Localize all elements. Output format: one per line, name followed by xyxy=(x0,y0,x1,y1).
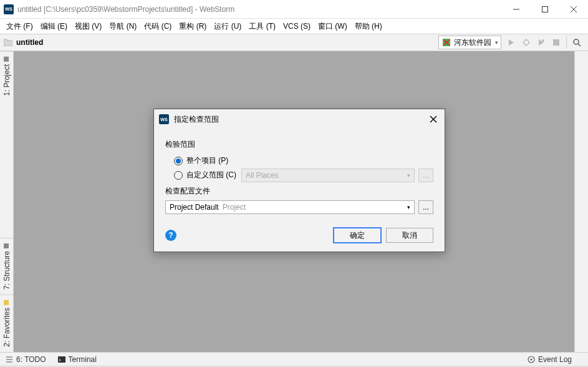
svg-rect-1 xyxy=(542,6,548,12)
menu-view[interactable]: 视图 (V) xyxy=(71,20,105,33)
radio-label: 自定义范围 (C) xyxy=(186,170,236,180)
combo-placeholder: All Places xyxy=(246,171,279,180)
left-gutter: 1: Project 7: Structure 2: Favorites xyxy=(0,51,14,352)
toolbar: untitled 河东软件园 ▾ xyxy=(0,34,588,51)
maximize-button[interactable] xyxy=(531,0,559,19)
custom-scope-combo[interactable]: All Places ▾ xyxy=(241,169,415,182)
terminal-icon xyxy=(57,355,66,364)
menu-file[interactable]: 文件 (F) xyxy=(2,20,37,33)
svg-point-5 xyxy=(524,40,529,45)
svg-rect-19 xyxy=(58,356,65,363)
main-area: 1: Project 7: Structure 2: Favorites 🔒 安… xyxy=(0,51,588,352)
radio-whole-project[interactable]: 整个项目 (P) xyxy=(165,154,433,168)
dialog-titlebar: WS 指定检查范围 xyxy=(154,109,445,129)
svg-point-10 xyxy=(542,39,544,42)
minimize-button[interactable] xyxy=(502,0,531,19)
tool-window-favorites[interactable]: 2: Favorites xyxy=(0,295,13,352)
menu-window[interactable]: 窗口 (W) xyxy=(314,20,351,33)
menu-run[interactable]: 运行 (U) xyxy=(210,20,245,33)
app-icon: WS xyxy=(4,4,14,14)
menu-navigate[interactable]: 导航 (N) xyxy=(105,20,140,33)
debug-button[interactable] xyxy=(519,36,533,49)
stop-button[interactable] xyxy=(549,36,563,49)
inspection-profile-more-button[interactable]: ... xyxy=(418,200,433,214)
svg-line-13 xyxy=(578,44,581,46)
menu-vcs[interactable]: VCS (S) xyxy=(279,21,314,32)
window-title: untitled [C:\Users\pc0359\WebstormProjec… xyxy=(17,5,502,14)
run-config-icon xyxy=(441,37,451,47)
profile-section-label: 检查配置文件 xyxy=(165,186,433,197)
bottom-toolwindow-bar: 6: TODO Terminal Event Log xyxy=(0,352,588,366)
inspection-profile-combo[interactable]: Project Default Project ▾ xyxy=(165,200,415,214)
menu-help[interactable]: 帮助 (H) xyxy=(351,20,386,33)
event-log-label: Event Log xyxy=(538,355,572,364)
menu-refactor[interactable]: 重构 (R) xyxy=(175,20,210,33)
menu-edit[interactable]: 编辑 (E) xyxy=(37,20,71,33)
tool-window-project[interactable]: 1: Project xyxy=(0,51,13,101)
inspection-scope-dialog: WS 指定检查范围 检验范围 整个项目 (P) 自定义范围 (C) All Pl… xyxy=(153,109,445,252)
breadcrumb-project[interactable]: untitled xyxy=(16,38,43,47)
combo-value: Project Default xyxy=(170,203,219,212)
menu-tools[interactable]: 工具 (T) xyxy=(245,20,279,33)
coverage-button[interactable] xyxy=(534,36,548,49)
ok-button[interactable]: 确定 xyxy=(334,228,381,243)
chevron-down-icon: ▾ xyxy=(495,39,498,46)
radio-icon xyxy=(174,157,183,165)
event-log-icon xyxy=(527,355,536,364)
todo-label: 6: TODO xyxy=(16,355,46,364)
dialog-body: 检验范围 整个项目 (P) 自定义范围 (C) All Places ▾ ... xyxy=(154,129,445,223)
tool-window-terminal[interactable]: Terminal xyxy=(57,355,97,364)
run-config-selector[interactable]: 河东软件园 ▾ xyxy=(438,36,501,49)
svg-point-21 xyxy=(530,358,532,360)
svg-rect-11 xyxy=(553,39,559,46)
dialog-app-icon: WS xyxy=(159,114,169,124)
menu-bar: 文件 (F) 编辑 (E) 视图 (V) 导航 (N) 代码 (C) 重构 (R… xyxy=(0,19,588,34)
tool-window-event-log[interactable]: Event Log xyxy=(527,355,572,364)
chevron-down-icon: ▾ xyxy=(407,172,410,179)
run-config-label: 河东软件园 xyxy=(454,37,491,48)
chevron-down-icon: ▾ xyxy=(407,204,410,210)
close-button[interactable] xyxy=(559,0,588,19)
dialog-title: 指定检查范围 xyxy=(174,114,427,125)
tool-window-structure[interactable]: 7: Structure xyxy=(0,238,13,295)
window-controls xyxy=(502,0,588,19)
folder-icon xyxy=(4,39,12,46)
dialog-footer: ? 确定 取消 xyxy=(154,223,445,252)
help-button[interactable]: ? xyxy=(165,230,176,241)
dialog-close-button[interactable] xyxy=(427,113,440,125)
menu-code[interactable]: 代码 (C) xyxy=(140,20,175,33)
cancel-button[interactable]: 取消 xyxy=(386,228,433,243)
search-button[interactable] xyxy=(570,36,584,49)
run-button[interactable] xyxy=(504,36,518,49)
svg-point-12 xyxy=(574,39,579,44)
combo-hint: Project xyxy=(223,203,246,212)
custom-scope-more-button[interactable]: ... xyxy=(418,169,433,182)
radio-label: 整个项目 (P) xyxy=(186,155,228,166)
editor-area: 🔒 安下载 anxz.com WS 指定检查范围 检验范围 整个项目 (P) 自… xyxy=(14,51,574,352)
list-icon xyxy=(5,355,14,364)
right-gutter xyxy=(574,51,588,352)
radio-icon xyxy=(174,171,183,180)
tool-window-todo[interactable]: 6: TODO xyxy=(5,355,46,364)
window-titlebar: WS untitled [C:\Users\pc0359\WebstormPro… xyxy=(0,0,588,19)
scope-section-label: 检验范围 xyxy=(165,139,433,150)
terminal-label: Terminal xyxy=(69,355,97,364)
